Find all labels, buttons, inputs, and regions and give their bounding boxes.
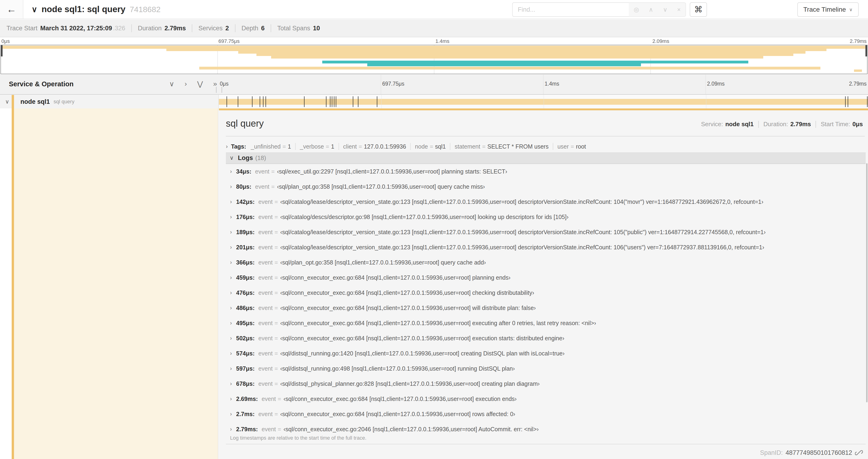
minimap-drag-handle[interactable] (865, 45, 867, 57)
chevron-right-icon[interactable]: › (230, 411, 236, 417)
chevron-down-icon[interactable]: ∨ (31, 5, 37, 14)
logs-header[interactable]: ∨ Logs (18) (226, 152, 866, 164)
log-field-value: ‹sql/catalog/lease/descriptor_version_st… (280, 244, 764, 251)
tag-item[interactable]: node=sql1 (415, 143, 446, 150)
shortcuts-button[interactable]: ⌘ (690, 2, 707, 17)
chevron-right-icon[interactable]: › (226, 143, 228, 150)
log-row[interactable]: ›80μs:event=‹sql/plan_opt.go:358 [nsql1,… (226, 179, 866, 194)
log-marker[interactable] (334, 96, 334, 107)
tag-item[interactable]: _verbose=1 (300, 143, 334, 150)
tag-item[interactable]: statement=SELECT * FROM users (455, 143, 549, 150)
chevron-right-icon[interactable]: › (230, 214, 236, 220)
tag-key: _unfinished (251, 143, 281, 150)
log-row[interactable]: ›574μs:event=‹sql/distsql_running.go:142… (226, 346, 866, 361)
chevron-right-icon[interactable]: › (230, 168, 236, 175)
log-marker[interactable] (867, 96, 868, 107)
chevron-right-icon[interactable]: › (230, 259, 236, 266)
log-marker[interactable] (304, 96, 305, 107)
minimap-canvas[interactable] (0, 45, 868, 74)
chevron-right-icon[interactable]: › (230, 426, 236, 432)
log-equals: = (274, 350, 278, 357)
log-row[interactable]: ›142μs:event=‹sql/catalog/lease/descript… (226, 194, 866, 209)
log-marker[interactable] (266, 96, 266, 107)
log-marker[interactable] (336, 96, 336, 107)
log-marker[interactable] (226, 96, 227, 107)
log-marker[interactable] (263, 96, 264, 107)
tag-item[interactable]: client=127.0.0.1:59936 (343, 143, 406, 150)
prev-result-icon[interactable]: ∧ (649, 6, 653, 13)
chevron-right-icon[interactable]: › (230, 229, 236, 235)
chevron-right-icon[interactable]: › (230, 199, 236, 205)
minimap-drag-handle[interactable] (1, 45, 3, 57)
chevron-down-icon[interactable]: ∨ (5, 98, 9, 105)
tag-value: root (576, 143, 586, 150)
back-button[interactable]: ← (0, 0, 23, 19)
log-row[interactable]: ›495μs:event=‹sql/conn_executor_exec.go:… (226, 316, 866, 331)
search-input[interactable] (512, 2, 629, 17)
chevron-right-icon[interactable]: › (230, 335, 236, 341)
meta-value: 0μs (852, 121, 863, 128)
log-marker[interactable] (238, 96, 238, 107)
log-row[interactable]: ›597μs:event=‹sql/distsql_running.go:498… (226, 361, 866, 376)
locate-icon[interactable]: ◎ (634, 6, 639, 13)
collapse-all-icon[interactable]: ∨ (169, 80, 174, 88)
log-marker[interactable] (330, 96, 331, 107)
log-field-value: ‹sql/plan_opt.go:358 [nsql1,client=127.0… (280, 259, 486, 266)
command-icon: ⌘ (694, 5, 703, 14)
chevron-right-icon[interactable]: › (230, 320, 236, 326)
span-duration-bar[interactable] (219, 99, 868, 105)
log-row[interactable]: ›502μs:event=‹sql/conn_executor_exec.go:… (226, 331, 866, 346)
log-row[interactable]: ›459μs:event=‹sql/conn_executor_exec.go:… (226, 270, 866, 285)
span-row-label[interactable]: ∨ node sql1 sql query (0, 95, 218, 108)
log-row[interactable]: ›366μs:event=‹sql/plan_opt.go:358 [nsql1… (226, 255, 866, 270)
log-row[interactable]: ›189μs:event=‹sql/catalog/lease/descript… (226, 225, 866, 240)
log-marker[interactable] (848, 96, 848, 107)
scrollbar-thumb[interactable] (866, 163, 868, 402)
chevron-right-icon[interactable]: › (230, 365, 236, 372)
log-marker[interactable] (845, 96, 846, 107)
log-row[interactable]: ›34μs:event=‹sql/exec_util.go:2297 [nsql… (226, 164, 866, 179)
link-icon[interactable] (855, 449, 863, 457)
span-detail-title: sql query (226, 118, 264, 129)
chevron-right-icon[interactable]: › (230, 274, 236, 281)
trace-info-item: Services2 (198, 25, 229, 32)
chevron-right-icon[interactable]: › (230, 396, 236, 402)
tags-row[interactable]: › Tags: _unfinished=1_verbose=1client=12… (226, 141, 865, 152)
log-marker[interactable] (377, 96, 377, 107)
log-marker[interactable] (358, 96, 359, 107)
log-row[interactable]: ›678μs:event=‹sql/distsql_physical_plann… (226, 376, 866, 391)
chevron-down-icon[interactable]: ∨ (229, 155, 234, 161)
log-marker[interactable] (260, 96, 260, 107)
clear-search-icon[interactable]: × (677, 6, 681, 13)
tag-item[interactable]: user=root (557, 143, 586, 150)
log-row[interactable]: ›476μs:event=‹sql/conn_executor_exec.go:… (226, 285, 866, 300)
chevron-right-icon[interactable]: › (230, 184, 236, 190)
log-marker[interactable] (252, 96, 252, 107)
tag-item[interactable]: _unfinished=1 (251, 143, 291, 150)
collapse-one-icon[interactable]: ⋁ (197, 80, 203, 88)
timeline-tick-label: 1.4ms (545, 81, 559, 87)
chevron-right-icon[interactable]: › (230, 381, 236, 387)
chevron-right-icon[interactable]: › (230, 290, 236, 296)
log-marker[interactable] (353, 96, 353, 107)
trace-info-value: 2.79ms (164, 25, 186, 32)
trace-info-item: Depth6 (242, 25, 265, 32)
expand-one-icon[interactable]: › (185, 80, 187, 88)
log-field-value: ‹sql/distsql_physical_planner.go:828 [ns… (280, 381, 540, 387)
chevron-right-icon[interactable]: › (230, 244, 236, 251)
span-row-timeline[interactable] (218, 95, 868, 108)
log-row[interactable]: ›201μs:event=‹sql/catalog/lease/descript… (226, 240, 866, 255)
view-options-dropdown[interactable]: Trace Timeline ∨ (797, 2, 859, 17)
next-result-icon[interactable]: ∨ (663, 6, 667, 13)
log-row[interactable]: ›2.79ms:event=‹sql/conn_executor_exec.go… (226, 422, 866, 437)
log-row[interactable]: ›486μs:event=‹sql/conn_executor_exec.go:… (226, 300, 866, 316)
log-marker[interactable] (326, 96, 327, 107)
log-row[interactable]: ›2.7ms:event=‹sql/conn_executor_exec.go:… (226, 406, 866, 422)
chevron-right-icon[interactable]: › (230, 305, 236, 311)
chevron-right-icon[interactable]: › (230, 350, 236, 357)
log-row[interactable]: ›176μs:event=‹sql/catalog/descs/descript… (226, 209, 866, 225)
log-timestamp: 678μs: (236, 381, 254, 387)
trace-title-group[interactable]: ∨ node sql1: sql query 7418682 (31, 0, 160, 19)
log-marker[interactable] (332, 96, 332, 107)
log-row[interactable]: ›2.69ms:event=‹sql/conn_executor_exec.go… (226, 391, 866, 406)
